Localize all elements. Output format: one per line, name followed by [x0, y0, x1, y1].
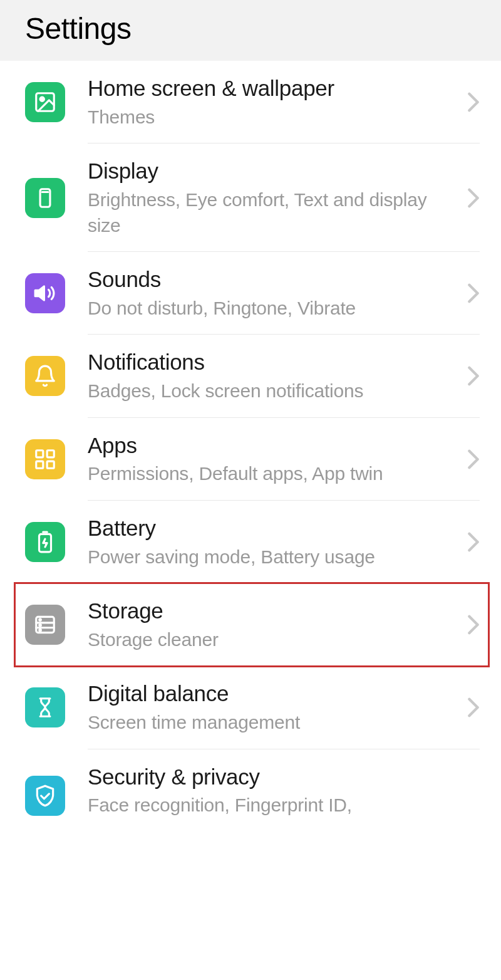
chevron-right-icon: [467, 697, 480, 718]
item-subtitle: Permissions, Default apps, App twin: [88, 461, 457, 487]
item-subtitle: Face recognition, Fingerprint ID,: [88, 793, 457, 818]
item-title: Notifications: [88, 348, 457, 376]
item-subtitle: Themes: [88, 105, 457, 130]
item-subtitle: Power saving mode, Battery usage: [88, 545, 457, 570]
settings-item-apps[interactable]: Apps Permissions, Default apps, App twin: [0, 418, 501, 501]
settings-item-storage[interactable]: Storage Storage cleaner: [0, 583, 501, 666]
sound-icon: [25, 273, 65, 313]
chevron-right-icon: [467, 91, 480, 113]
svg-rect-5: [47, 450, 54, 457]
item-subtitle: Brightness, Eye comfort, Text and displa…: [88, 187, 457, 238]
item-title: Digital balance: [88, 680, 457, 707]
item-text: Display Brightness, Eye comfort, Text an…: [88, 157, 467, 238]
chevron-right-icon: [467, 531, 480, 553]
settings-item-sounds[interactable]: Sounds Do not disturb, Ringtone, Vibrate: [0, 252, 501, 335]
item-subtitle: Storage cleaner: [88, 627, 457, 653]
settings-item-digital-balance[interactable]: Digital balance Screen time management: [0, 666, 501, 749]
item-text: Home screen & wallpaper Themes: [88, 75, 467, 130]
battery-icon: [25, 522, 65, 562]
item-title: Apps: [88, 432, 457, 459]
item-title: Home screen & wallpaper: [88, 75, 457, 102]
shield-icon: [25, 776, 65, 816]
item-text: Security & privacy Face recognition, Fin…: [88, 763, 467, 818]
item-text: Battery Power saving mode, Battery usage: [88, 514, 467, 570]
chevron-right-icon: [467, 365, 480, 387]
item-title: Battery: [88, 514, 457, 542]
bell-icon: [25, 356, 65, 396]
display-icon: [25, 178, 65, 218]
svg-rect-7: [47, 461, 54, 468]
svg-point-1: [40, 97, 44, 101]
settings-item-home-screen[interactable]: Home screen & wallpaper Themes: [0, 61, 501, 143]
svg-rect-6: [36, 461, 43, 468]
svg-rect-4: [36, 450, 43, 457]
item-subtitle: Screen time management: [88, 710, 457, 736]
item-title: Security & privacy: [88, 763, 457, 791]
item-text: Digital balance Screen time management: [88, 680, 467, 735]
settings-list: Home screen & wallpaper Themes Display B…: [0, 61, 501, 823]
chevron-right-icon: [467, 283, 480, 304]
svg-point-14: [39, 625, 41, 627]
storage-icon: [25, 605, 65, 645]
svg-point-15: [39, 630, 41, 632]
wallpaper-icon: [25, 82, 65, 122]
chevron-right-icon: [467, 614, 480, 635]
item-text: Notifications Badges, Lock screen notifi…: [88, 348, 467, 404]
item-text: Sounds Do not disturb, Ringtone, Vibrate: [88, 266, 467, 321]
item-title: Storage: [88, 597, 457, 625]
page-title: Settings: [25, 11, 476, 46]
settings-item-display[interactable]: Display Brightness, Eye comfort, Text an…: [0, 143, 501, 252]
item-text: Storage Storage cleaner: [88, 597, 467, 652]
item-subtitle: Do not disturb, Ringtone, Vibrate: [88, 296, 457, 321]
svg-point-13: [39, 619, 41, 621]
settings-item-battery[interactable]: Battery Power saving mode, Battery usage: [0, 501, 501, 583]
settings-item-notifications[interactable]: Notifications Badges, Lock screen notifi…: [0, 335, 501, 417]
chevron-right-icon: [467, 449, 480, 470]
chevron-right-icon: [467, 187, 480, 209]
item-title: Display: [88, 157, 457, 185]
item-text: Apps Permissions, Default apps, App twin: [88, 432, 467, 487]
settings-item-security-privacy[interactable]: Security & privacy Face recognition, Fin…: [0, 749, 501, 823]
settings-header: Settings: [0, 0, 501, 61]
hourglass-icon: [25, 687, 65, 727]
item-subtitle: Badges, Lock screen notifications: [88, 378, 457, 404]
item-title: Sounds: [88, 266, 457, 293]
apps-icon: [25, 439, 65, 479]
